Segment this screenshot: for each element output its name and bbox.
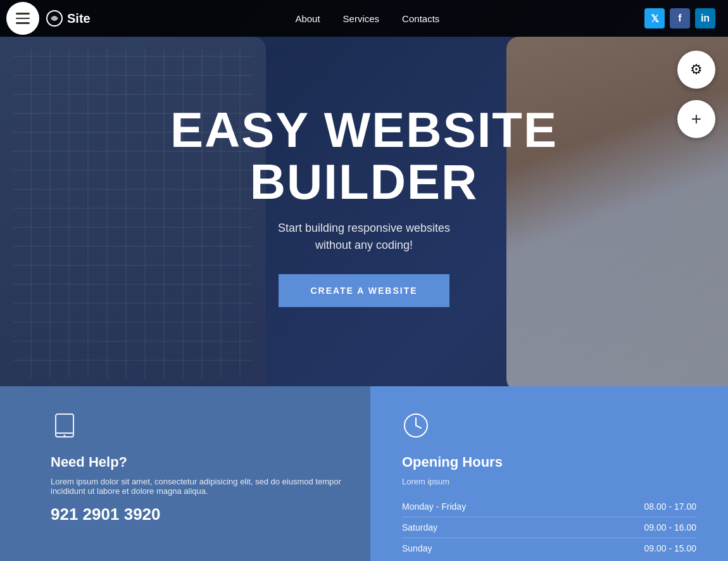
help-card-phone: 921 2901 3920 xyxy=(51,505,345,524)
hamburger-line-3 xyxy=(16,22,30,24)
hours-time: 08.00 - 17.00 xyxy=(564,496,696,517)
fab-gear-button[interactable]: ⚙ xyxy=(677,51,715,89)
tablet-icon xyxy=(51,412,345,445)
fab-plus-button[interactable]: + xyxy=(677,100,715,138)
site-name: Site xyxy=(67,11,91,26)
hero-title-line2: BUILDER xyxy=(250,154,479,210)
hours-day: Monday - Friday xyxy=(402,496,564,517)
hamburger-button[interactable] xyxy=(6,2,39,35)
help-card-title: Need Help? xyxy=(51,454,345,470)
hours-table: Monday - Friday08.00 - 17.00Saturday09.0… xyxy=(402,496,696,558)
logo-icon xyxy=(46,9,63,27)
gear-icon: ⚙ xyxy=(690,61,703,78)
hamburger-line-1 xyxy=(16,13,30,15)
nav-item-about[interactable]: About xyxy=(284,13,331,24)
nav-social: 𝕏 f in xyxy=(644,8,715,28)
hero-section: EASY WEBSITE BUILDER Start building resp… xyxy=(0,0,728,386)
hero-content: EASY WEBSITE BUILDER Start building resp… xyxy=(170,79,558,307)
clock-svg xyxy=(402,412,430,439)
hours-time: 09.00 - 15.00 xyxy=(564,538,696,559)
svg-point-3 xyxy=(64,435,66,437)
linkedin-icon[interactable]: in xyxy=(695,8,715,28)
svg-line-6 xyxy=(416,425,421,428)
help-card-body: Lorem ipsum dolor sit amet, consectetur … xyxy=(51,477,345,496)
hours-row: Saturday09.00 - 16.00 xyxy=(402,517,696,538)
navbar-left: Site xyxy=(6,2,91,35)
nav-item-contacts[interactable]: Contacts xyxy=(391,13,451,24)
navbar: Site About Services Contacts 𝕏 f in xyxy=(0,0,728,37)
hours-card: Opening Hours Lorem ipsum Monday - Frida… xyxy=(370,386,728,561)
plus-icon: + xyxy=(691,109,701,129)
nav-links: About Services Contacts xyxy=(284,13,451,24)
tablet-svg xyxy=(51,412,78,439)
hero-title-line1: EASY WEBSITE xyxy=(170,102,558,158)
hours-card-subtitle: Lorem ipsum xyxy=(402,477,696,486)
hours-row: Monday - Friday08.00 - 17.00 xyxy=(402,496,696,517)
hours-row: Sunday09.00 - 15.00 xyxy=(402,538,696,559)
bottom-cards: Need Help? Lorem ipsum dolor sit amet, c… xyxy=(0,386,728,561)
hero-subtitle: Start building responsive websiteswithou… xyxy=(170,220,558,254)
site-logo: Site xyxy=(46,9,91,27)
cta-button[interactable]: CREATE A WEBSITE xyxy=(279,274,449,307)
hero-title: EASY WEBSITE BUILDER xyxy=(170,104,558,208)
clock-icon xyxy=(402,412,696,445)
hamburger-line-2 xyxy=(16,18,30,20)
hours-day: Saturday xyxy=(402,517,564,538)
facebook-icon[interactable]: f xyxy=(670,8,690,28)
twitter-icon[interactable]: 𝕏 xyxy=(644,8,665,28)
hours-time: 09.00 - 16.00 xyxy=(564,517,696,538)
hours-card-title: Opening Hours xyxy=(402,454,696,470)
help-card: Need Help? Lorem ipsum dolor sit amet, c… xyxy=(0,386,370,561)
nav-item-services[interactable]: Services xyxy=(332,13,391,24)
hours-day: Sunday xyxy=(402,538,564,559)
